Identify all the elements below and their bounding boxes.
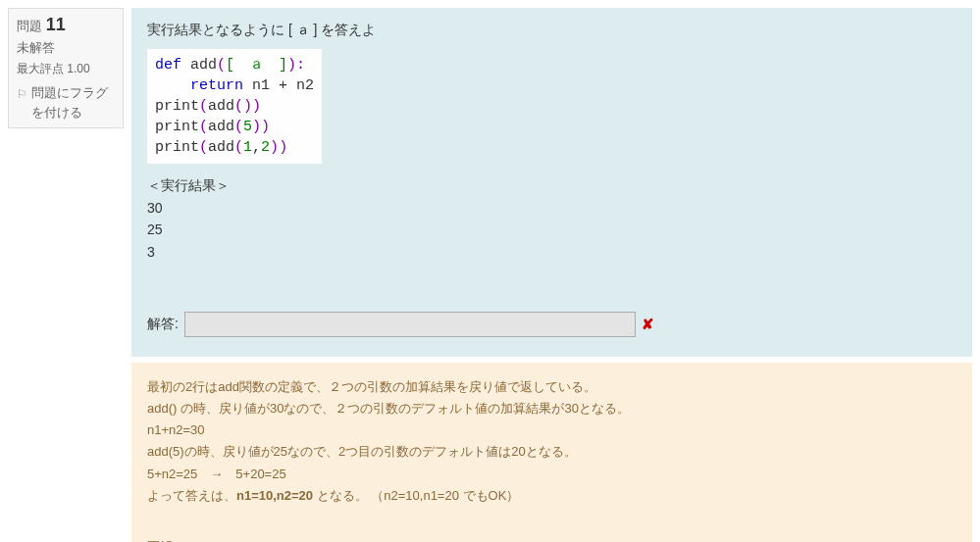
question-sidebar: 問題 11 未解答 最大評点 1.00 ⚐ 問題にフラグを付ける [8,8,124,542]
main-content: 実行結果となるように [ ａ ] を答えよ def add([ ａ ]): re… [131,8,972,542]
feedback-block: 最初の2行はadd関数の定義で、２つの引数の加算結果を戻り値で返している。 ad… [131,363,972,542]
feedback-line: 最初の2行はadd関数の定義で、２つの引数の加算結果を戻り値で返している。 [147,376,956,398]
incorrect-icon: ✘ [642,316,654,333]
feedback-line: add() の時、戻り値が30なので、２つの引数のデフォルト値の加算結果が30と… [147,398,956,419]
question-block: 実行結果となるように [ ａ ] を答えよ def add([ ａ ]): re… [131,8,972,357]
question-max-grade: 最大評点 1.00 [17,61,115,77]
question-number: 11 [46,15,66,34]
question-status: 未解答 [17,39,115,57]
answer-label: 解答: [147,316,179,333]
question-instruction: 実行結果となるように [ ａ ] を答えよ [147,22,956,39]
question-number-row: 問題 11 [17,15,115,35]
answer-input[interactable] [184,312,636,337]
flag-text: 問題にフラグを付ける [31,83,115,122]
question-info-box: 問題 11 未解答 最大評点 1.00 ⚐ 問題にフラグを付ける [8,8,124,128]
answer-row: 解答: ✘ [147,312,956,337]
feedback-line: n1+n2=30 [147,419,956,441]
question-label: 問題 [17,19,42,33]
correct-answer: 正解: n1=10,n2=20 [147,536,956,542]
flag-question-link[interactable]: ⚐ 問題にフラグを付ける [17,83,115,122]
exec-result-output: 30 25 3 [147,197,956,263]
feedback-line: add(5)の時、戻り値が25なので、2つ目の引数のデフォルト値は20となる。 [147,441,956,463]
code-box: def add([ ａ ]): return n1 + n2 print(add… [147,49,322,164]
exec-result-label: ＜実行結果＞ [147,177,956,195]
feedback-line: 5+n2=25 → 5+20=25 [147,464,956,485]
flag-icon: ⚐ [17,85,27,103]
feedback-line: よって答えは、n1=10,n2=20 となる。 （n2=10,n1=20 でもO… [147,485,956,507]
